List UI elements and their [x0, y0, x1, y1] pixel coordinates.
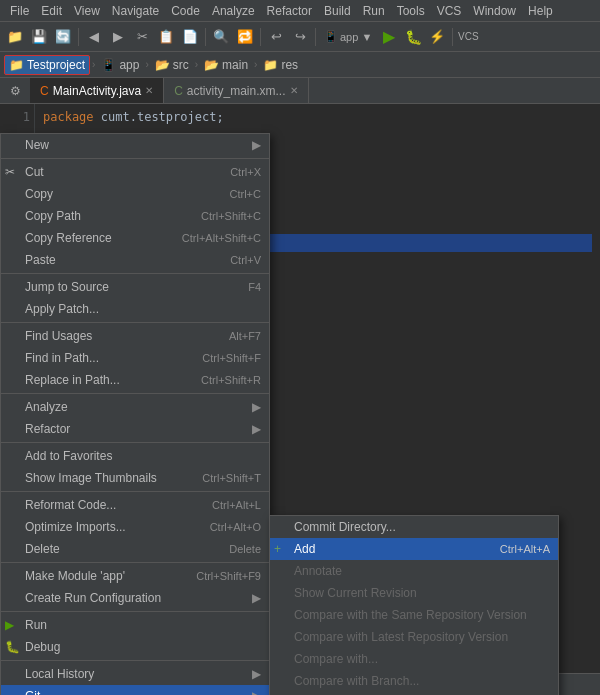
nav-src-label: src — [173, 58, 189, 72]
toolbar-paste-btn[interactable]: 📄 — [179, 26, 201, 48]
toolbar-sep-2 — [205, 28, 206, 46]
toolbar-redo-btn[interactable]: ↪ — [289, 26, 311, 48]
ctx-debug[interactable]: 🐛 Debug — [1, 636, 269, 658]
ctx-jump[interactable]: Jump to Source F4 — [1, 276, 269, 298]
ctx-run[interactable]: ▶ Run — [1, 614, 269, 636]
ctx-git[interactable]: Git ▶ — [1, 685, 269, 695]
git-add-shortcut: Ctrl+Alt+A — [500, 543, 550, 555]
toolbar-save-btn[interactable]: 💾 — [28, 26, 50, 48]
menu-build[interactable]: Build — [318, 0, 357, 21]
ctx-optimize[interactable]: Optimize Imports... Ctrl+Alt+O — [1, 516, 269, 538]
nav-testproject[interactable]: 📁 Testproject — [4, 55, 90, 75]
toolbar-copy-btn[interactable]: 📋 — [155, 26, 177, 48]
git-compare-same: Compare with the Same Repository Version — [270, 604, 558, 626]
ctx-make-module[interactable]: Make Module 'app' Ctrl+Shift+F9 — [1, 565, 269, 587]
ctx-makemodule-label: Make Module 'app' — [25, 569, 125, 583]
ctx-jump-shortcut: F4 — [248, 281, 261, 293]
ctx-localhistory-arrow: ▶ — [252, 667, 261, 681]
debug-icon: 🐛 — [5, 640, 20, 654]
menu-help[interactable]: Help — [522, 0, 559, 21]
ctx-findusages-shortcut: Alt+F7 — [229, 330, 261, 342]
nav-src[interactable]: 📂 src — [151, 56, 193, 74]
ctx-copy-ref-label: Copy Reference — [25, 231, 112, 245]
toolbar-undo-btn[interactable]: ↩ — [265, 26, 287, 48]
ctx-reformat[interactable]: Reformat Code... Ctrl+Alt+L — [1, 494, 269, 516]
toolbar-sep-4 — [315, 28, 316, 46]
ctx-sep-5 — [1, 442, 269, 443]
ctx-show-thumbnails[interactable]: Show Image Thumbnails Ctrl+Shift+T — [1, 467, 269, 489]
app-icon: 📱 — [101, 58, 116, 72]
toolbar-sync-btn[interactable]: 🔄 — [52, 26, 74, 48]
ctx-find-path[interactable]: Find in Path... Ctrl+Shift+F — [1, 347, 269, 369]
menu-run[interactable]: Run — [357, 0, 391, 21]
ctx-copy-path[interactable]: Copy Path Ctrl+Shift+C — [1, 205, 269, 227]
ctx-add-favorites[interactable]: Add to Favorites — [1, 445, 269, 467]
menu-code[interactable]: Code — [165, 0, 206, 21]
ctx-createrun-label: Create Run Configuration — [25, 591, 161, 605]
nav-app-label: app — [119, 58, 139, 72]
ctx-delete-label: Delete — [25, 542, 60, 556]
folder-icon: 📁 — [9, 58, 24, 72]
ctx-replacepath-label: Replace in Path... — [25, 373, 120, 387]
menu-edit[interactable]: Edit — [35, 0, 68, 21]
ctx-replace-path[interactable]: Replace in Path... Ctrl+Shift+R — [1, 369, 269, 391]
ctx-apply-patch[interactable]: Apply Patch... — [1, 298, 269, 320]
nav-res-label: res — [281, 58, 298, 72]
ctx-delete[interactable]: Delete Delete — [1, 538, 269, 560]
ctx-copy[interactable]: Copy Ctrl+C — [1, 183, 269, 205]
git-compare-latest: Compare with Latest Repository Version — [270, 626, 558, 648]
nav-main[interactable]: 📂 main — [200, 56, 252, 74]
ctx-cut-label: Cut — [25, 165, 44, 179]
menu-window[interactable]: Window — [467, 0, 522, 21]
toolbar-cut-btn[interactable]: ✂ — [131, 26, 153, 48]
ctx-find-usages[interactable]: Find Usages Alt+F7 — [1, 325, 269, 347]
toolbar: 📁 💾 🔄 ◀ ▶ ✂ 📋 📄 🔍 🔁 ↩ ↪ 📱 app ▼ ▶ 🐛 ⚡ VC… — [0, 22, 600, 52]
toolbar-back-btn[interactable]: ◀ — [83, 26, 105, 48]
menu-vcs[interactable]: VCS — [431, 0, 468, 21]
nav-bar: 📁 Testproject › 📱 app › 📂 src › 📂 main ›… — [0, 52, 600, 78]
ctx-sep-6 — [1, 491, 269, 492]
menu-analyze[interactable]: Analyze — [206, 0, 261, 21]
ctx-paste[interactable]: Paste Ctrl+V — [1, 249, 269, 271]
git-annotate-label: Annotate — [294, 564, 342, 578]
run-icon: ▶ — [5, 618, 14, 632]
toolbar-replace-btn[interactable]: 🔁 — [234, 26, 256, 48]
run-btn[interactable]: ▶ — [378, 26, 400, 48]
toolbar-forward-btn[interactable]: ▶ — [107, 26, 129, 48]
menu-view[interactable]: View — [68, 0, 106, 21]
ctx-copy-reference[interactable]: Copy Reference Ctrl+Alt+Shift+C — [1, 227, 269, 249]
ctx-create-run[interactable]: Create Run Configuration ▶ — [1, 587, 269, 609]
res-icon: 📁 — [263, 58, 278, 72]
debug-btn[interactable]: 🐛 — [402, 26, 424, 48]
ctx-refactor[interactable]: Refactor ▶ — [1, 418, 269, 440]
context-menu-overlay: New ▶ ✂ Cut Ctrl+X Copy Ctrl+C Copy Path… — [0, 78, 600, 695]
git-showrev-label: Show Current Revision — [294, 586, 417, 600]
ctx-jump-label: Jump to Source — [25, 280, 109, 294]
ctx-addfav-label: Add to Favorites — [25, 449, 112, 463]
git-add[interactable]: + Add Ctrl+Alt+A — [270, 538, 558, 560]
menu-tools[interactable]: Tools — [391, 0, 431, 21]
vcs-btn[interactable]: VCS — [457, 26, 479, 48]
ctx-new[interactable]: New ▶ — [1, 134, 269, 156]
menu-file[interactable]: File — [4, 0, 35, 21]
ctx-analyze[interactable]: Analyze ▶ — [1, 396, 269, 418]
git-comparewith-label: Compare with... — [294, 652, 378, 666]
ctx-git-label: Git — [25, 689, 40, 695]
run-config-selector[interactable]: 📱 app ▼ — [320, 30, 376, 43]
nav-app[interactable]: 📱 app — [97, 56, 143, 74]
menu-navigate[interactable]: Navigate — [106, 0, 165, 21]
profile-btn[interactable]: ⚡ — [426, 26, 448, 48]
ctx-replacepath-shortcut: Ctrl+Shift+R — [201, 374, 261, 386]
menu-refactor[interactable]: Refactor — [261, 0, 318, 21]
toolbar-project-btn[interactable]: 📁 — [4, 26, 26, 48]
ctx-local-history[interactable]: Local History ▶ — [1, 663, 269, 685]
ctx-thumbnails-label: Show Image Thumbnails — [25, 471, 157, 485]
nav-res[interactable]: 📁 res — [259, 56, 302, 74]
ctx-findusages-label: Find Usages — [25, 329, 92, 343]
git-commit-dir[interactable]: Commit Directory... — [270, 516, 558, 538]
ctx-cut[interactable]: ✂ Cut Ctrl+X — [1, 161, 269, 183]
ctx-applypatch-label: Apply Patch... — [25, 302, 99, 316]
toolbar-find-btn[interactable]: 🔍 — [210, 26, 232, 48]
src-icon: 📂 — [155, 58, 170, 72]
git-compare-with: Compare with... — [270, 648, 558, 670]
